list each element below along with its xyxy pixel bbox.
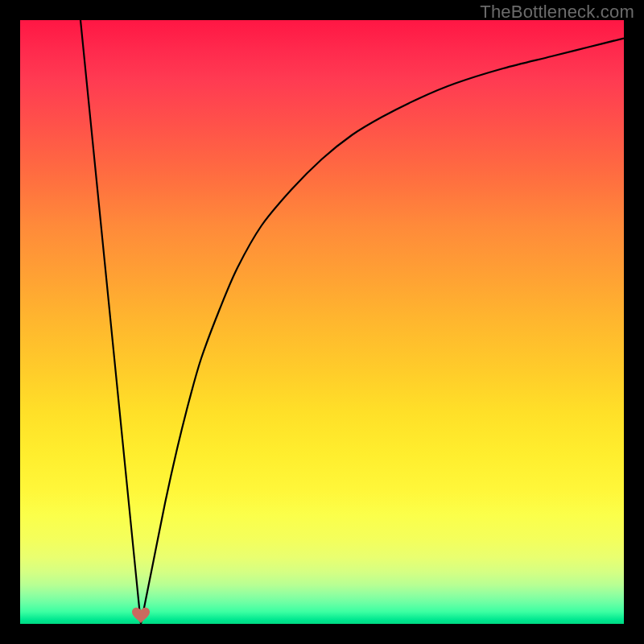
- heart-marker: [130, 606, 152, 624]
- heart-icon: [130, 606, 152, 624]
- curve-left-branch: [80, 20, 141, 624]
- chart-frame: TheBottleneck.com: [0, 0, 644, 644]
- curve-right-branch: [141, 39, 624, 625]
- plot-area: [20, 20, 624, 624]
- bottleneck-curve: [20, 20, 624, 624]
